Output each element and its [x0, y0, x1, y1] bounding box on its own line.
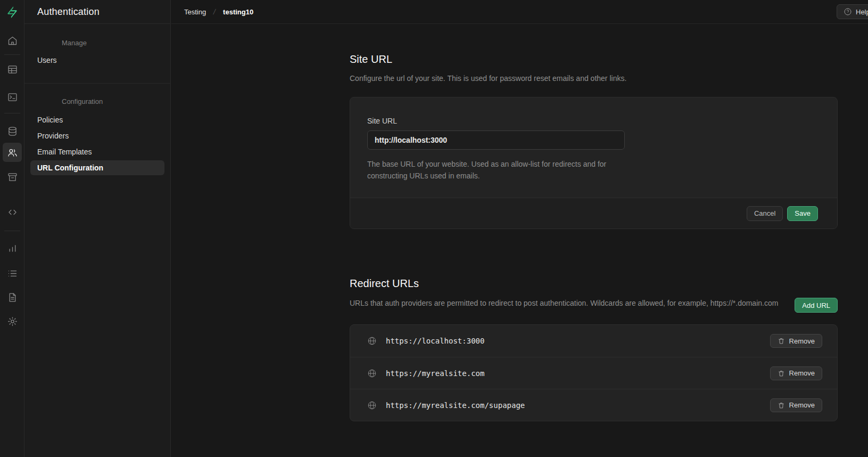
sidebar-item-providers[interactable]: Providers: [30, 128, 164, 143]
page-title: Authentication: [37, 6, 100, 18]
site-url-section-title: Site URL: [350, 52, 838, 67]
help-button[interactable]: Help: [837, 4, 868, 19]
trash-icon: [778, 402, 785, 409]
site-url-input[interactable]: [367, 130, 625, 150]
redirect-url-row: https://myrealsite.com Remove: [350, 357, 837, 389]
globe-icon: [367, 369, 377, 378]
globe-icon: [367, 401, 377, 410]
redirect-url-row: https://myrealsite.com/supapage Remove: [350, 389, 837, 421]
database-icon[interactable]: [3, 121, 22, 141]
section-label-manage: Manage: [62, 39, 87, 47]
home-icon[interactable]: [3, 31, 22, 50]
topbar: Testing / testing10 Help: [171, 0, 868, 24]
redirect-url-value: https://myrealsite.com/supapage: [386, 401, 770, 410]
edge-functions-icon[interactable]: [3, 202, 22, 222]
redirect-url-row: https://localhost:3000 Remove: [350, 325, 837, 357]
trash-icon: [778, 337, 785, 345]
api-docs-icon[interactable]: [3, 288, 22, 307]
reports-icon[interactable]: [3, 238, 22, 257]
remove-url-button[interactable]: Remove: [770, 334, 822, 348]
breadcrumb-org[interactable]: Testing: [184, 8, 206, 16]
icon-rail: [0, 0, 24, 457]
remove-url-button[interactable]: Remove: [770, 398, 822, 412]
sidebar-item-policies[interactable]: Policies: [30, 112, 164, 127]
authentication-icon[interactable]: [3, 143, 22, 162]
site-url-section-description: Configure the url of your site. This is …: [350, 72, 838, 84]
table-editor-icon[interactable]: [3, 60, 22, 79]
redirect-urls-section-description: URLs that auth providers are permitted t…: [350, 297, 781, 309]
globe-icon: [367, 336, 377, 346]
redirect-url-value: https://myrealsite.com: [386, 369, 770, 378]
redirect-urls-section-title: Redirect URLs: [350, 276, 838, 291]
site-url-field-label: Site URL: [367, 117, 820, 125]
site-url-card-footer: Cancel Save: [350, 198, 837, 228]
rail-divider: [4, 54, 20, 55]
redirect-urls-list: https://localhost:3000 Remove https://my…: [350, 324, 838, 421]
breadcrumb-project[interactable]: testing10: [223, 8, 253, 16]
auth-sidebar: Authentication Manage Users Configuratio…: [24, 0, 171, 457]
help-icon: [844, 7, 852, 16]
rail-divider: [4, 113, 20, 113]
settings-icon[interactable]: [3, 312, 22, 331]
rail-divider: [4, 231, 20, 231]
trash-icon: [778, 370, 785, 377]
logs-icon[interactable]: [3, 264, 22, 283]
redirect-url-value: https://localhost:3000: [386, 337, 770, 345]
storage-icon[interactable]: [3, 167, 22, 186]
sidebar-header: Authentication: [24, 0, 170, 24]
remove-url-button[interactable]: Remove: [770, 366, 822, 380]
cancel-button[interactable]: Cancel: [747, 206, 783, 221]
sidebar-item-users[interactable]: Users: [30, 53, 164, 68]
breadcrumb-separator: /: [213, 7, 217, 16]
sidebar-item-url-configuration[interactable]: URL Configuration: [30, 160, 164, 175]
sidebar-item-email-templates[interactable]: Email Templates: [30, 144, 164, 159]
sql-editor-icon[interactable]: [3, 87, 22, 107]
url-configuration-page: Site URL Configure the url of your site.…: [350, 24, 838, 421]
site-url-field-help: The base URL of your website. Used as an…: [367, 158, 633, 182]
site-url-card: Site URL The base URL of your website. U…: [350, 97, 838, 229]
section-label-configuration: Configuration: [62, 97, 103, 105]
add-url-button[interactable]: Add URL: [795, 298, 838, 313]
supabase-logo[interactable]: [4, 4, 20, 20]
sidebar-divider: [24, 83, 171, 84]
save-button[interactable]: Save: [787, 206, 818, 221]
